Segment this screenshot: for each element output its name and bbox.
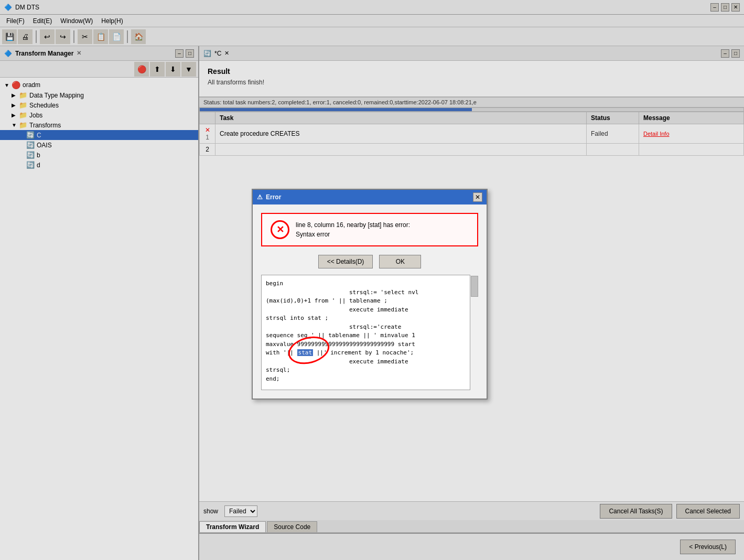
highlighted-stat: stat: [297, 349, 314, 356]
code-area[interactable]: begin strsql:= 'select nvl (max(id),0)+1…: [261, 275, 478, 390]
dialog-overlay: ⚠ Error ✕ line 8, column 16, nearby [sta…: [0, 0, 744, 560]
code-area-container: begin strsql:= 'select nvl (max(id),0)+1…: [261, 275, 478, 390]
error-text-content: line 8, column 16, nearby [stat] has err…: [296, 220, 410, 239]
dialog-title-icon: ⚠: [257, 193, 263, 201]
code-content: begin strsql:= 'select nvl (max(id),0)+1…: [266, 279, 467, 383]
error-message-box: line 8, column 16, nearby [stat] has err…: [261, 213, 478, 246]
error-circle-icon: [271, 220, 289, 239]
dialog-titlebar: ⚠ Error ✕: [253, 190, 487, 204]
details-btn[interactable]: << Details(D): [318, 255, 373, 268]
error-line2: Syntax error: [296, 230, 410, 239]
ok-btn[interactable]: OK: [379, 255, 421, 268]
scrollbar-thumb[interactable]: [471, 276, 478, 297]
error-line1: line 8, column 16, nearby [stat] has err…: [296, 220, 410, 230]
dialog-buttons: << Details(D) OK: [261, 255, 478, 268]
dialog-close-btn[interactable]: ✕: [473, 192, 482, 202]
dialog-title-text: Error: [266, 193, 281, 201]
dialog-body: line 8, column 16, nearby [stat] has err…: [253, 204, 487, 399]
dialog-title-area: ⚠ Error: [257, 193, 281, 201]
error-dialog: ⚠ Error ✕ line 8, column 16, nearby [sta…: [252, 189, 488, 400]
scrollbar-vertical[interactable]: [470, 275, 478, 390]
